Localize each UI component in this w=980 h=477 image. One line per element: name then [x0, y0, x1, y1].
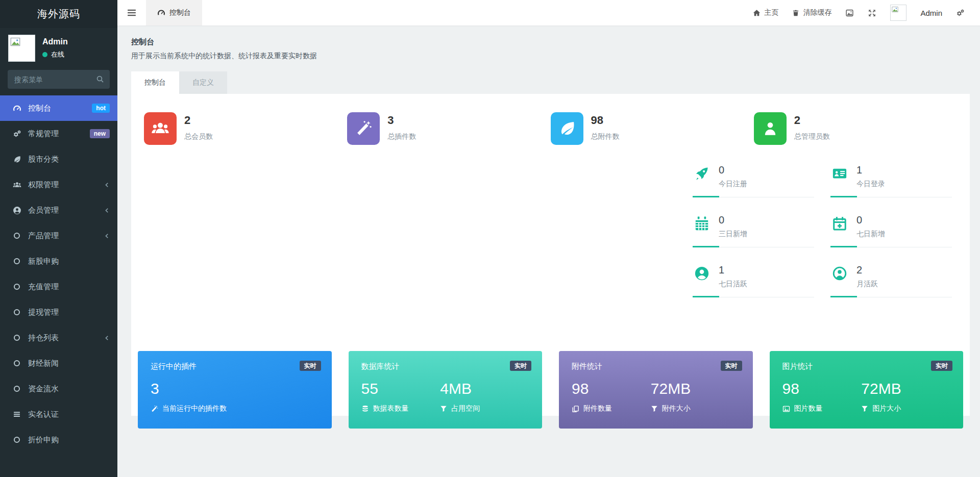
- sidebar-item-realname[interactable]: 实名认证: [0, 401, 117, 427]
- card-title: 数据库统计: [361, 362, 530, 371]
- settings-gears-icon[interactable]: [956, 9, 965, 17]
- sidebar: 海外源码 Admin 在线: [0, 0, 117, 477]
- home-link[interactable]: 主页: [753, 8, 778, 17]
- circle-icon: [11, 233, 22, 239]
- sidebar-item-new-stock[interactable]: 新股申购: [0, 248, 117, 274]
- card-label: 占用空间: [451, 404, 480, 413]
- card-label: 附件大小: [662, 404, 691, 413]
- stat-label: 七日新增: [856, 230, 885, 239]
- stat-divider: [830, 196, 952, 197]
- sidebar-item-finance-news[interactable]: 财经新闻: [0, 350, 117, 376]
- stat-divider: [830, 296, 952, 297]
- card-title: 附件统计: [572, 362, 740, 371]
- online-dot: [42, 52, 47, 57]
- big-stats-row: 2 总会员数 3 总插件数: [144, 112, 957, 145]
- copy-icon: [572, 405, 579, 413]
- card-value: 98: [572, 380, 651, 397]
- realtime-badge: 实时: [721, 361, 742, 371]
- chevron-left-icon: [104, 233, 110, 239]
- sidebar-item-label: 新股申购: [28, 257, 59, 266]
- sidebar-item-label: 提现管理: [28, 308, 59, 317]
- leaf-icon: [11, 155, 22, 164]
- sidebar-item-position-list[interactable]: 持仓列表: [0, 325, 117, 350]
- id-card-icon: [830, 164, 849, 183]
- topbar-username[interactable]: Admin: [920, 9, 942, 17]
- tab-dashboard[interactable]: 控制台: [131, 71, 179, 94]
- sidebar-item-stock-category[interactable]: 股市分类: [0, 146, 117, 172]
- stat-value: 0: [719, 214, 747, 226]
- topbar-tab-dashboard[interactable]: 控制台: [146, 0, 202, 26]
- circle-icon: [11, 335, 22, 341]
- circle-icon: [11, 258, 22, 264]
- page-heading: 控制台 用于展示当前系统中的统计数据、统计报表及重要实时数据: [131, 37, 970, 61]
- magic-wand-icon: [347, 112, 380, 145]
- card-value: 3: [151, 380, 319, 397]
- card-database-stats[interactable]: 数据库统计 实时 55 数据表数量: [349, 351, 543, 429]
- gears-icon: [11, 130, 22, 138]
- stat-divider: [830, 246, 952, 247]
- stat-label: 今日注册: [719, 180, 747, 189]
- list-icon: [11, 410, 22, 418]
- clear-cache-label: 清除缓存: [803, 8, 831, 17]
- menu-toggle-button[interactable]: [117, 0, 146, 26]
- mini-stats-grid: 0 今日注册: [693, 164, 952, 314]
- tab-custom[interactable]: 自定义: [179, 71, 227, 94]
- card-label: 图片数量: [794, 404, 823, 413]
- chevron-left-icon: [104, 208, 110, 213]
- card-value: 72MB: [651, 380, 730, 397]
- sidebar-item-dashboard[interactable]: 控制台 hot: [0, 95, 117, 121]
- filter-icon: [651, 405, 658, 412]
- sidebar-item-fund-flow[interactable]: 资金流水: [0, 376, 117, 401]
- stat-divider: [693, 196, 814, 197]
- card-value: 4MB: [440, 380, 519, 397]
- sidebar-item-discount-subscribe[interactable]: 折价申购: [0, 427, 117, 453]
- user-name: Admin: [42, 37, 68, 46]
- topbar-right: 主页 清除缓存: [753, 5, 980, 21]
- search-icon: [96, 75, 104, 83]
- sidebar-item-label: 权限管理: [28, 180, 59, 190]
- users-icon: [11, 181, 22, 189]
- sidebar-item-label: 资金流水: [28, 384, 59, 394]
- fullscreen-icon[interactable]: [868, 9, 876, 17]
- sidebar-item-label: 股市分类: [28, 155, 59, 164]
- clear-cache-link[interactable]: 清除缓存: [792, 8, 831, 17]
- card-running-plugins[interactable]: 运行中的插件 实时 3 当前运行中的插件数: [138, 351, 332, 429]
- bars-icon: [127, 8, 136, 17]
- sidebar-item-product[interactable]: 产品管理: [0, 223, 117, 248]
- image-icon: [782, 405, 790, 413]
- stat-value: 2: [184, 114, 213, 127]
- user-panel: Admin 在线: [0, 28, 117, 66]
- stat-label: 三日新增: [719, 230, 747, 239]
- sidebar-item-withdraw[interactable]: 提现管理: [0, 299, 117, 325]
- filter-icon: [440, 405, 447, 412]
- realtime-badge: 实时: [510, 361, 531, 371]
- topbar-avatar[interactable]: [890, 5, 906, 21]
- stat-value: 3: [387, 114, 416, 127]
- card-label: 数据表数量: [373, 404, 409, 413]
- card-image-stats[interactable]: 图片统计 实时 98 图片数量: [770, 351, 964, 429]
- sidebar-item-label: 常规管理: [28, 129, 59, 139]
- hot-badge: hot: [92, 104, 110, 113]
- sidebar-item-label: 充值管理: [28, 282, 59, 292]
- stat-label: 总插件数: [387, 132, 416, 141]
- stat-total-members: 2 总会员数: [144, 112, 347, 145]
- stat-total-admins: 2 总管理员数: [754, 112, 957, 145]
- gauge-icon: [11, 104, 22, 113]
- page-description: 用于展示当前系统中的统计数据、统计报表及重要实时数据: [131, 52, 970, 61]
- filter-icon: [861, 405, 868, 412]
- sidebar-item-general[interactable]: 常规管理 new: [0, 121, 117, 146]
- picture-icon[interactable]: [845, 9, 854, 17]
- home-icon: [753, 9, 761, 17]
- sidebar-item-member[interactable]: 会员管理: [0, 197, 117, 223]
- gauge-icon: [157, 9, 165, 17]
- stat-total-attachments: 98 总附件数: [551, 112, 754, 145]
- sidebar-item-label: 控制台: [28, 104, 51, 113]
- search-input[interactable]: [8, 70, 110, 89]
- sidebar-item-auth[interactable]: 权限管理: [0, 172, 117, 197]
- stat-divider: [693, 246, 814, 247]
- sidebar-item-label: 折价申购: [28, 435, 59, 445]
- sidebar-item-recharge[interactable]: 充值管理: [0, 274, 117, 299]
- circle-icon: [11, 284, 22, 290]
- chevron-left-icon: [104, 335, 110, 341]
- card-attachment-stats[interactable]: 附件统计 实时 98 附件数量: [559, 351, 753, 429]
